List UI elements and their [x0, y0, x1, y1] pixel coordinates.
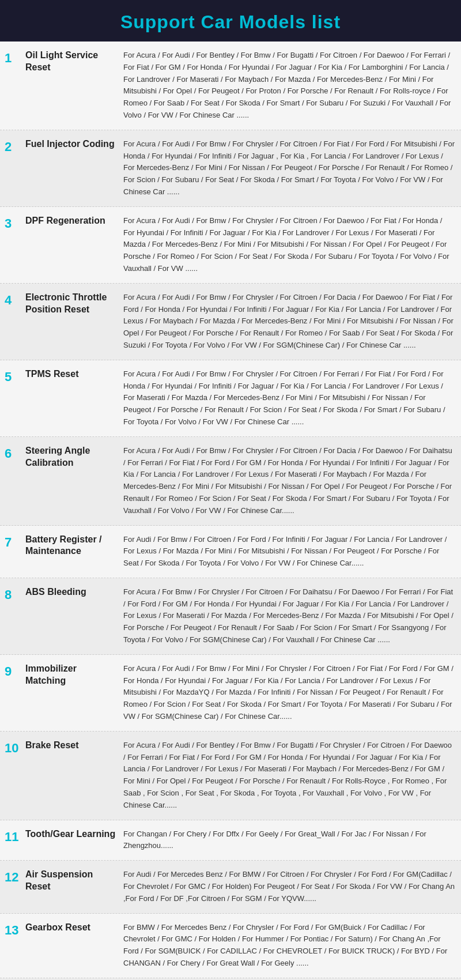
item-desc: For Changan / For Chery / For Dffx / For…: [123, 828, 455, 853]
item-number: 12: [5, 869, 25, 885]
item-number: 8: [5, 586, 25, 602]
item-desc: For Acura / For Audi / For Bentley / For…: [123, 740, 455, 812]
item-title: Brake Reset: [25, 740, 123, 752]
item-title: TPMS Reset: [25, 368, 123, 380]
list-item: 7Battery Register / MaintenanceFor Audi …: [0, 526, 461, 578]
item-number: 7: [5, 534, 25, 550]
item-desc: For Acura / For Audi / For Bmw / For Chr…: [123, 215, 455, 275]
car-models-list: 1Oil Light Service ResetFor Acura / For …: [0, 42, 461, 980]
item-number: 2: [5, 138, 25, 154]
item-desc: For Acura / For Audi / For Bmw / For Chr…: [123, 138, 455, 198]
list-item: 8ABS BleedingFor Acura / For Bmw / For C…: [0, 578, 461, 655]
list-item: 2Fuel Injector CodingFor Acura / For Aud…: [0, 130, 461, 207]
item-desc: For Audi / For Mercedes Benz / For BMW /…: [123, 869, 455, 904]
item-number: 9: [5, 663, 25, 679]
item-title: Electronic Throttle Position Reset: [25, 292, 123, 316]
item-desc: For Acura / For Audi / For Bmw / For Min…: [123, 663, 455, 723]
page-header: Support Car Models list: [0, 0, 461, 42]
item-title: DPF Regeneration: [25, 215, 123, 227]
list-item: 4Electronic Throttle Position ResetFor A…: [0, 284, 461, 360]
item-desc: For Acura / For Audi / For Bentley / For…: [123, 50, 455, 122]
item-number: 3: [5, 215, 25, 231]
item-desc: For Acura / For Bmw / For Chrysler / For…: [123, 586, 455, 646]
item-number: 4: [5, 292, 25, 308]
list-item: 3DPF RegenerationFor Acura / For Audi / …: [0, 207, 461, 284]
list-item: 6Steering Angle CalibrationFor Acura / F…: [0, 437, 461, 526]
list-item: 10Brake ResetFor Acura / For Audi / For …: [0, 732, 461, 820]
page-title: Support Car Models list: [6, 12, 455, 33]
list-item: 9Immobilizer MatchingFor Acura / For Aud…: [0, 655, 461, 732]
item-desc: For Acura / For Audi / For Bmw / For Chr…: [123, 368, 455, 428]
item-number: 11: [5, 828, 25, 845]
item-number: 6: [5, 445, 25, 461]
item-number: 10: [5, 740, 25, 756]
item-number: 1: [5, 50, 25, 66]
item-desc: For Audi / For Bmw / For Citroen / For F…: [123, 534, 455, 570]
item-number: 5: [5, 368, 25, 385]
list-item: 5TPMS ResetFor Acura / For Audi / For Bm…: [0, 360, 461, 437]
item-title: Immobilizer Matching: [25, 663, 123, 687]
item-title: Battery Register / Maintenance: [25, 534, 123, 558]
item-desc: For Acura / For Audi / For Bmw / For Chr…: [123, 292, 455, 352]
item-title: Fuel Injector Coding: [25, 138, 123, 150]
list-item: 1Oil Light Service ResetFor Acura / For …: [0, 42, 461, 130]
list-item: 11Tooth/Gear LearningFor Changan / For C…: [0, 820, 461, 861]
item-title: Gearbox Reset: [25, 922, 123, 934]
list-item: 13Gearbox ResetFor BMW / For Mercedes Be…: [0, 914, 461, 978]
item-desc: For BMW / For Mercedes Benz / For Chrysl…: [123, 922, 455, 970]
item-title: Oil Light Service Reset: [25, 50, 123, 74]
item-title: Tooth/Gear Learning: [25, 828, 123, 840]
item-title: ABS Bleeding: [25, 586, 123, 598]
item-number: 13: [5, 922, 25, 938]
list-item: 12Air Suspension ResetFor Audi / For Mer…: [0, 861, 461, 913]
item-title: Air Suspension Reset: [25, 869, 123, 893]
item-desc: For Acura / For Audi / For Bmw / For Chr…: [123, 445, 455, 517]
item-title: Steering Angle Calibration: [25, 445, 123, 469]
